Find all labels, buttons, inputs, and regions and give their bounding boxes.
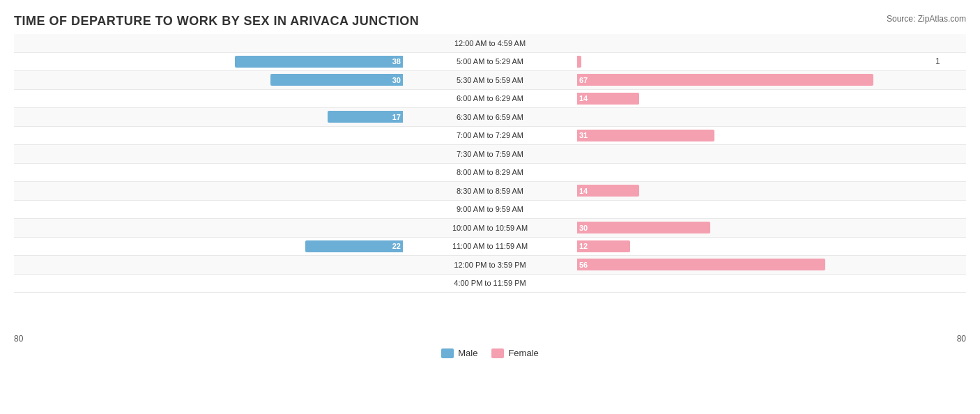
time-label: 5:00 AM to 5:29 AM (403, 57, 577, 66)
time-label: 7:00 AM to 7:29 AM (403, 131, 577, 139)
right-bar-area (577, 201, 931, 219)
bar-row: 12:00 AM to 4:59 AM (14, 34, 966, 53)
female-bar (577, 56, 581, 68)
rows-container: 12:00 AM to 4:59 AM 38 5:00 AM to 5:29 A… (14, 34, 966, 330)
left-bar-area (49, 275, 403, 293)
left-bar-area (49, 164, 403, 182)
bar-row: 7:30 AM to 7:59 AM (14, 145, 966, 164)
time-label: 11:00 AM to 11:59 AM (403, 242, 577, 250)
female-bar: 14 (577, 185, 639, 197)
left-bar-area: 22 (49, 238, 403, 256)
time-label: 8:00 AM to 8:29 AM (403, 168, 577, 176)
bar-row: 7:00 AM to 7:29 AM 31 (14, 127, 966, 146)
male-legend-box (441, 348, 454, 358)
left-bar-area: 17 (49, 108, 403, 126)
time-label: 9:00 AM to 9:59 AM (403, 205, 577, 213)
time-label: 5:30 AM to 5:59 AM (403, 76, 577, 84)
right-value: 1 (931, 56, 966, 66)
chart-title: TIME OF DEPARTURE TO WORK BY SEX IN ARIV… (14, 14, 966, 29)
right-bar-area: 14 (577, 90, 931, 108)
left-bar-area (49, 256, 403, 274)
right-bar-area: 56 (577, 256, 931, 274)
male-bar: 22 (305, 240, 403, 252)
source-text: Source: ZipAtlas.com (887, 14, 966, 24)
left-bar-area (49, 201, 403, 219)
time-label: 6:30 AM to 6:59 AM (403, 113, 577, 121)
right-bar-area: 31 (577, 127, 931, 145)
female-bar: 30 (577, 222, 710, 233)
female-legend-label: Female (508, 348, 538, 358)
bar-row: 8:30 AM to 8:59 AM 14 (14, 182, 966, 201)
right-bar-area: 12 (577, 238, 931, 256)
left-bar-area: 38 (49, 53, 403, 71)
bar-row: 6:00 AM to 6:29 AM 14 (14, 90, 966, 109)
legend: Male Female (14, 348, 966, 358)
bar-row: 8:00 AM to 8:29 AM (14, 164, 966, 183)
right-bar-area: 30 (577, 219, 931, 237)
time-label: 7:30 AM to 7:59 AM (403, 150, 577, 158)
bar-row: 12:00 PM to 3:59 PM 56 (14, 256, 966, 275)
male-bar: 30 (270, 74, 404, 86)
right-bar-area (577, 275, 931, 293)
time-label: 12:00 PM to 3:59 PM (403, 261, 577, 269)
female-bar: 12 (577, 240, 630, 252)
female-bar: 67 (577, 74, 873, 86)
right-bar-area: 14 (577, 182, 931, 200)
time-label: 4:00 PM to 11:59 PM (403, 279, 577, 287)
bar-row: 30 5:30 AM to 5:59 AM 67 (14, 71, 966, 90)
female-legend-box (491, 348, 504, 358)
left-bar-area (49, 127, 403, 145)
axis-left-label: 80 (14, 334, 23, 344)
left-bar-area: 30 (49, 71, 403, 89)
right-bar-area (577, 53, 931, 71)
chart-container: TIME OF DEPARTURE TO WORK BY SEX IN ARIV… (0, 0, 980, 414)
axis-bottom: 80 80 (14, 331, 966, 344)
male-bar: 38 (235, 56, 403, 68)
female-bar: 14 (577, 93, 639, 105)
right-bar-area: 67 (577, 71, 931, 89)
time-label: 10:00 AM to 10:59 AM (403, 224, 577, 232)
legend-male: Male (441, 348, 477, 358)
legend-female: Female (491, 348, 538, 358)
time-label: 6:00 AM to 6:29 AM (403, 94, 577, 102)
right-bar-area (577, 145, 931, 163)
bar-row: 38 5:00 AM to 5:29 AM 1 (14, 53, 966, 72)
left-bar-area (49, 219, 403, 237)
time-label: 8:30 AM to 8:59 AM (403, 187, 577, 195)
bar-row: 9:00 AM to 9:59 AM (14, 201, 966, 220)
left-bar-area (49, 182, 403, 200)
female-bar: 31 (577, 130, 714, 141)
bar-row: 22 11:00 AM to 11:59 AM 12 (14, 238, 966, 256)
male-legend-label: Male (458, 348, 477, 358)
left-bar-area (49, 145, 403, 163)
axis-right-label: 80 (957, 334, 966, 344)
right-bar-area (577, 34, 931, 52)
left-bar-area (49, 34, 403, 52)
bar-row: 4:00 PM to 11:59 PM (14, 275, 966, 293)
bar-row: 17 6:30 AM to 6:59 AM (14, 108, 966, 127)
time-label: 12:00 AM to 4:59 AM (403, 39, 577, 47)
male-bar: 17 (328, 111, 403, 123)
bar-row: 10:00 AM to 10:59 AM 30 (14, 219, 966, 238)
right-bar-area (577, 108, 931, 126)
right-bar-area (577, 164, 931, 182)
chart-area: 12:00 AM to 4:59 AM 38 5:00 AM to 5:29 A… (14, 34, 966, 358)
female-bar: 56 (577, 259, 825, 270)
left-bar-area (49, 90, 403, 108)
